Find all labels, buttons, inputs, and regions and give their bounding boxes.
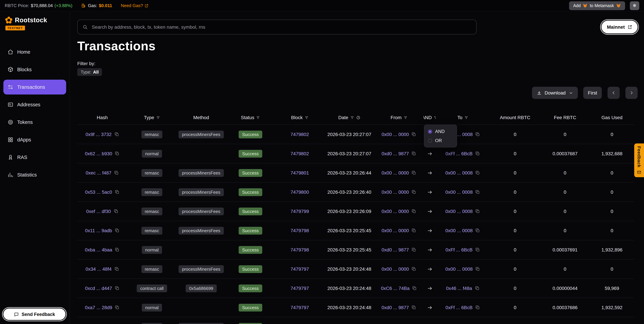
block-link[interactable]: 7479797 [290,266,309,272]
sidebar-item-statistics[interactable]: Statistics [4,168,66,182]
feedback-tab[interactable]: Feedback [634,144,644,177]
search-input[interactable] [91,24,472,30]
sidebar-item-transactions[interactable]: Transactions [4,80,66,94]
copy-icon[interactable] [115,190,120,194]
copy-icon[interactable] [476,132,480,137]
copy-icon[interactable] [114,266,119,271]
tx-hash-link[interactable]: 0x34 ... 48f4 [86,266,112,272]
copy-icon[interactable] [475,286,480,290]
copy-icon[interactable] [412,228,416,233]
copy-icon[interactable] [412,209,416,214]
dropdown-option-or[interactable]: OR [424,136,457,145]
to-address-link[interactable]: 0x00 ... 0008 [445,189,473,195]
radio-unselected-icon[interactable] [428,138,432,142]
copy-icon[interactable] [412,266,416,271]
block-link[interactable]: 7479799 [290,208,309,214]
block-link[interactable]: 7479802 [290,151,309,156]
from-address-link[interactable]: 0xd0 ... 9877 [382,151,409,156]
tx-hash-link[interactable]: 0x62 ... b930 [85,151,112,156]
sidebar-item-blocks[interactable]: Blocks [4,62,66,77]
to-address-link[interactable]: 0x00 ... 0008 [445,170,473,176]
block-link[interactable]: 7479797 [290,305,309,310]
filter-icon[interactable] [404,116,408,119]
first-page-button[interactable]: First [583,87,602,99]
copy-icon[interactable] [115,305,120,310]
tx-hash-link[interactable]: 0x11 ... 9adb [85,228,112,233]
copy-icon[interactable] [115,286,120,290]
from-address-link[interactable]: 0x00 ... 0000 [382,170,409,176]
send-feedback-button[interactable]: Send Feedback [4,308,66,320]
filter-icon[interactable] [350,116,354,119]
tx-hash-link[interactable]: 0xcd ... d447 [85,286,112,291]
filter-icon[interactable] [464,116,468,119]
from-address-link[interactable]: 0x00 ... 0000 [382,228,409,233]
copy-icon[interactable] [475,248,480,252]
copy-icon[interactable] [476,190,480,194]
to-address-link[interactable]: 0xFf ... 6BcB [446,247,472,252]
to-address-link[interactable]: 0xFf ... 6BcB [446,305,472,310]
sidebar-item-home[interactable]: Home [4,44,66,60]
copy-icon[interactable] [476,266,480,271]
filter-icon[interactable] [304,116,308,119]
type-filter-chip[interactable]: Type: All [77,68,102,76]
copy-icon[interactable] [115,248,120,252]
tx-hash-link[interactable]: 0x9f ... 3732 [86,132,112,137]
next-page-button[interactable] [626,87,638,99]
copy-icon[interactable] [476,228,480,233]
add-to-metamask-button[interactable]: Add to Metamask [569,1,625,10]
tx-hash-link[interactable]: 0xa7 ... 28d9 [85,305,112,310]
copy-icon[interactable] [475,151,480,156]
copy-icon[interactable] [475,305,480,310]
from-address-link[interactable]: 0x00 ... 0000 [382,208,409,214]
from-address-link[interactable]: 0xC6 ... 74Ba [381,286,410,291]
copy-icon[interactable] [114,132,119,137]
filter-icon[interactable] [256,116,260,119]
sidebar-item-addresses[interactable]: Addresses [4,97,66,112]
to-address-link[interactable]: 0x46 ... f48a [446,286,472,291]
tx-hash-link[interactable]: 0xec ... f487 [86,170,112,176]
copy-icon[interactable] [412,190,416,194]
filter-icon[interactable] [156,116,160,119]
copy-icon[interactable] [476,170,480,175]
copy-icon[interactable] [476,209,480,214]
copy-icon[interactable] [412,248,416,252]
from-address-link[interactable]: 0x00 ... 0000 [382,132,409,137]
copy-icon[interactable] [412,170,416,175]
from-address-link[interactable]: 0xd0 ... 9877 [382,247,409,252]
block-link[interactable]: 7479797 [290,286,309,291]
network-switch-button[interactable]: Mainnet [602,20,638,34]
clock-icon[interactable] [356,115,360,120]
copy-icon[interactable] [115,151,120,156]
to-address-link[interactable]: 0x00 ... 0008 [445,266,473,272]
block-link[interactable]: 7479800 [290,189,309,195]
from-address-link[interactable]: 0x00 ... 0000 [382,266,409,272]
copy-icon[interactable] [412,132,416,137]
rootstock-logo[interactable]: Rootstock [4,16,66,24]
copy-icon[interactable] [412,151,416,156]
block-link[interactable]: 7479798 [290,247,309,252]
snowflake-button[interactable]: ❄ [630,1,639,10]
previous-page-button[interactable] [608,87,620,99]
copy-icon[interactable] [115,228,120,233]
need-gas-link[interactable]: Need Gas? [121,3,148,8]
from-address-link[interactable]: 0x00 ... 0000 [382,189,409,195]
to-address-link[interactable]: 0x00 ... 0008 [445,208,473,214]
copy-icon[interactable] [412,286,417,290]
filter-icon[interactable] [434,116,436,119]
copy-icon[interactable] [114,170,119,175]
dropdown-option-and[interactable]: AND [424,127,457,136]
copy-icon[interactable] [412,305,416,310]
download-button[interactable]: Download [532,87,578,99]
block-link[interactable]: 7479801 [290,170,309,176]
sidebar-item-ras[interactable]: RAS [4,150,66,165]
block-link[interactable]: 7479802 [290,132,309,137]
tx-hash-link[interactable]: 0xba ... 4baa [85,247,112,252]
radio-selected-icon[interactable] [428,130,432,134]
sidebar-item-tokens[interactable]: Tokens [4,115,66,130]
block-link[interactable]: 7479798 [290,228,309,233]
tx-hash-link[interactable]: 0x53 ... 5ac0 [85,189,112,195]
sidebar-item-dapps[interactable]: dApps [4,132,66,147]
copy-icon[interactable] [114,209,118,214]
to-address-link[interactable]: 0xFf ... 6BcB [446,151,472,156]
from-address-link[interactable]: 0xd0 ... 9877 [382,305,409,310]
